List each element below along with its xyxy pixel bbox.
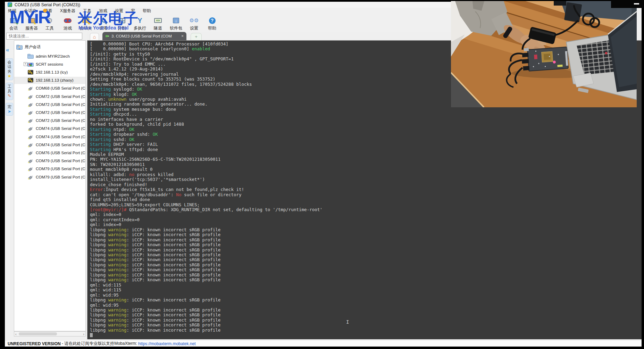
tunneling-icon: «» [154, 16, 162, 25]
session-row[interactable]: COM79 (USB Serial Port (COM79) [14, 173, 85, 181]
mobaxterm-link[interactable]: https://mobaxterm.mobatek.net [138, 341, 195, 346]
toolbar-button-查看[interactable]: 查看 [97, 16, 110, 31]
session-row[interactable]: COM72 (USB Serial Port (COM72) [14, 93, 85, 100]
session-row[interactable]: COM72 (USB Serial Port (COM72) [14, 117, 85, 124]
sidebar-tab-会话夹[interactable]: 会话夹★ [6, 58, 13, 80]
session-row[interactable]: COM72 (USB Serial Port (COM72) [14, 101, 85, 108]
home-tab-button[interactable]: ⌂ [90, 33, 99, 40]
collapse-sidebar-button[interactable]: « [6, 47, 9, 53]
toolbar-label: 分割 [118, 25, 126, 31]
session-row[interactable]: COM68 (USB Serial Port (COM68) [14, 85, 85, 92]
session-label: COM72 (USB Serial Port (COM72) [36, 102, 86, 107]
sidebar-tab-label: 会 [8, 60, 11, 64]
packages-icon: ↓ [172, 16, 180, 25]
serial-icon [27, 126, 34, 131]
terminal-line: libpng warning: iCCP: known incorrect sR… [90, 318, 323, 323]
terminal-line: PN: MYC-YA151C-256N256D-65-C-TSN:TW20201… [90, 157, 323, 162]
terminal-line: find qt5 installed done [90, 197, 323, 202]
menu-item-X服务器[interactable]: X服务器 [60, 8, 75, 14]
session-row[interactable]: 192.168.1.13 (lcy) [14, 68, 85, 76]
terminal-line: Initializing random number generator... … [90, 102, 323, 107]
menu-item-终端[interactable]: 终端 [8, 8, 16, 14]
toolbar-button-服务器[interactable]: ★服务器 [25, 16, 38, 31]
tree-root-user-sessions[interactable]: 用户会话 [14, 43, 85, 51]
scrollbar-thumb[interactable] [19, 332, 57, 335]
terminal-line: libpng warning: iCCP: known incorrect sR… [90, 227, 323, 232]
toolbar-button-多执行[interactable]: Y多执行 [133, 16, 147, 31]
toolbar-button-帮助[interactable]: ?帮助 [206, 16, 219, 31]
scroll-left-arrow-icon[interactable]: ‹ [15, 332, 17, 336]
menu-item-帮助[interactable]: 帮助 [143, 8, 151, 14]
toolbar: +会话★服务器⚙工具游戏★会话夹查看分割Y多执行«»隧道↓软件包⚙⚙设置?帮助 [5, 14, 248, 32]
terminal-line: [ 0.000000] bootconsole [earlycon0] enab… [90, 47, 323, 51]
session-label: COM74 (USB Serial Port (COM74) [36, 143, 86, 147]
sessions-folder-icon: ★ [82, 16, 90, 25]
session-tree: 用户会话admin MYIR21tech+SCRT sessions192.16… [14, 40, 86, 331]
terminal-line: no interfaces have a carrier [90, 117, 323, 122]
terminal-output: [ 0.000000] Boot CPU: AArch64 Processor … [90, 42, 323, 338]
toolbar-button-隧道[interactable]: «»隧道 [151, 16, 165, 31]
overlay-window-controls[interactable] [611, 0, 644, 8]
session-row[interactable]: COM74 (USB Serial Port (COM74) [14, 133, 85, 140]
scroll-right-arrow-icon[interactable]: › [83, 332, 84, 336]
menu-item-查看[interactable]: 查看 [44, 8, 52, 14]
session-label: COM76 (USB Serial Port (COM76) [36, 151, 86, 155]
new-tab-button[interactable]: + [191, 33, 202, 40]
session-row[interactable]: 192.168.1.13 (zhaoy) [14, 77, 85, 84]
terminal-line: [ 0.000000] Boot CPU: AArch64 Processor … [90, 42, 323, 47]
quick-connect-input[interactable] [6, 33, 82, 40]
toolbar-button-分割[interactable]: 分割 [115, 16, 128, 31]
terminal-line: Starting ntpd: OK [90, 127, 323, 132]
toolbar-button-软件包[interactable]: ↓软件包 [169, 16, 183, 31]
terminal-line: qml: index=0 [90, 222, 323, 227]
active-terminal-tab[interactable]: 3. COM23 (USB Serial Port (COM × [102, 32, 186, 40]
tree-horizontal-scrollbar[interactable]: ‹ › [14, 331, 86, 336]
menu-item-工具[interactable]: 工具 [83, 8, 91, 14]
status-bar: UNREGISTERED VERSION - 请在此处订阅专业版以支持MobaX… [5, 341, 642, 347]
terminal-line: device_chose finished! [90, 182, 323, 187]
menu-item-设置[interactable]: 设置 [115, 8, 123, 14]
session-row[interactable]: COM74 (USB Serial Port (COM74) [14, 141, 85, 148]
toolbar-label: 软件包 [170, 25, 182, 31]
settings-icon: ⚙⚙ [190, 16, 198, 25]
menu-item-游戏[interactable]: 游戏 [99, 8, 107, 14]
toolbar-button-会话[interactable]: +会话 [7, 16, 20, 31]
menu-item-宏[interactable]: 宏 [131, 8, 135, 14]
session-row[interactable]: COM79 (USB Serial Port (COM79) [14, 157, 85, 165]
terminal-line: libpng warning: iCCP: known incorrect sR… [90, 232, 323, 237]
session-row[interactable]: COM76 (USB Serial Port (COM76) [14, 149, 85, 156]
terminal-line: libpng warning: iCCP: known incorrect sR… [90, 277, 323, 282]
session-row[interactable]: COM74 (USB Serial Port (COM74) [14, 125, 85, 132]
toolbar-button-设置[interactable]: ⚙⚙设置 [187, 16, 201, 31]
session-row[interactable]: COM79 (USB Serial Port (COM79) [14, 165, 85, 173]
session-label: 用户会话 [25, 44, 41, 50]
sidebar-tab-宏[interactable]: 宏➤ [6, 103, 13, 116]
session-row[interactable]: +SCRT sessions [14, 60, 85, 68]
serial-icon [27, 150, 34, 155]
tree-expander-icon[interactable]: + [24, 62, 27, 66]
serial-icon [27, 158, 34, 163]
terminal-line: chown: unknown user/group avahi:avahi [90, 97, 323, 102]
status-message: - 请在此处订阅专业版以支持MobaXterm: [61, 341, 138, 347]
toolbar-label: 帮助 [208, 25, 216, 31]
tools-icon: ⚙ [45, 16, 54, 25]
session-label: 192.168.1.13 (zhaoy) [36, 78, 74, 82]
sidebar-tab-工具[interactable]: 工具✎ [6, 83, 13, 100]
sidebar-tab-label: 宏 [8, 105, 11, 109]
key-icon [27, 70, 34, 75]
session-row[interactable]: COM72 (USB Serial Port (COM72) [14, 109, 85, 116]
minimize-icon[interactable] [634, 3, 639, 5]
split-icon [118, 16, 126, 25]
session-row[interactable]: admin MYIR21tech [14, 52, 85, 60]
terminal-line: /dev/mmcblk0p4: recovering journal [90, 72, 323, 77]
terminal-line: libpng warning: iCCP: known incorrect sR… [90, 313, 323, 317]
toolbar-button-游戏[interactable]: 游戏 [61, 16, 74, 31]
user-sessions-icon [16, 45, 23, 50]
toolbar-label: 工具 [45, 25, 54, 31]
terminal-line: [/init]: RootDevice is "/dev/mmcblk0p4" … [90, 57, 323, 61]
toolbar-button-会话夹[interactable]: ★会话夹 [79, 16, 92, 31]
tab-close-icon[interactable]: × [181, 34, 184, 39]
menu-item-会话夹[interactable]: 会话夹 [24, 8, 36, 14]
toolbar-button-工具[interactable]: ⚙工具 [43, 16, 56, 31]
toolbar-label: 设置 [190, 25, 198, 31]
